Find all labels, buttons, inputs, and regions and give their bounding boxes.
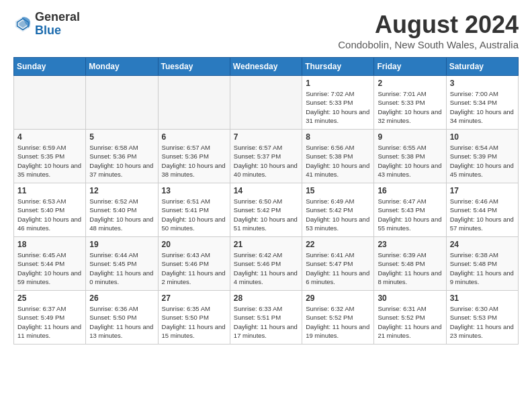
- day-number: 15: [306, 186, 370, 195]
- calendar-cell: [230, 76, 302, 130]
- calendar-cell: 27 Sunrise: 6:35 AM Sunset: 5:50 PM Dayl…: [158, 291, 230, 345]
- daylight-label: Daylight: 10 hours and 32 minutes.: [378, 108, 441, 124]
- daylight-label: Daylight: 11 hours and 13 minutes.: [89, 323, 153, 339]
- logo-text: General Blue: [35, 11, 80, 38]
- calendar-cell: [86, 76, 158, 130]
- sunrise-label: Sunrise: 6:49 AM: [306, 197, 354, 205]
- day-number: 5: [89, 132, 154, 142]
- day-info: Sunrise: 6:39 AM Sunset: 5:48 PM Dayligh…: [378, 250, 442, 286]
- daylight-label: Daylight: 10 hours and 45 minutes.: [450, 162, 514, 178]
- sunset-label: Sunset: 5:46 PM: [234, 260, 281, 267]
- sunset-label: Sunset: 5:33 PM: [306, 99, 353, 106]
- sunset-label: Sunset: 5:40 PM: [89, 206, 136, 214]
- day-info: Sunrise: 6:57 AM Sunset: 5:37 PM Dayligh…: [234, 143, 298, 179]
- calendar-cell: 28 Sunrise: 6:33 AM Sunset: 5:51 PM Dayl…: [230, 291, 302, 345]
- location: Condobolin, New South Wales, Australia: [338, 39, 519, 50]
- daylight-label: Daylight: 10 hours and 35 minutes.: [17, 162, 81, 178]
- day-number: 21: [234, 240, 298, 249]
- daylight-label: Daylight: 11 hours and 2 minutes.: [162, 269, 226, 285]
- sunrise-label: Sunrise: 6:56 AM: [306, 144, 354, 151]
- day-number: 31: [450, 293, 515, 303]
- calendar-week-row: 4 Sunrise: 6:59 AM Sunset: 5:35 PM Dayli…: [14, 130, 519, 183]
- day-info: Sunrise: 6:30 AM Sunset: 5:53 PM Dayligh…: [450, 304, 515, 340]
- sunrise-label: Sunrise: 6:37 AM: [17, 305, 66, 312]
- day-number: 23: [378, 240, 442, 249]
- sunrise-label: Sunrise: 6:54 AM: [450, 144, 498, 151]
- sunset-label: Sunset: 5:53 PM: [450, 314, 497, 321]
- daylight-label: Daylight: 10 hours and 34 minutes.: [450, 108, 514, 124]
- daylight-label: Daylight: 10 hours and 37 minutes.: [89, 162, 153, 178]
- calendar-week-row: 1 Sunrise: 7:02 AM Sunset: 5:33 PM Dayli…: [14, 76, 519, 130]
- day-number: 26: [89, 293, 154, 303]
- day-number: 6: [162, 132, 226, 142]
- daylight-label: Daylight: 10 hours and 57 minutes.: [450, 216, 514, 232]
- day-info: Sunrise: 6:46 AM Sunset: 5:44 PM Dayligh…: [450, 197, 515, 232]
- calendar-cell: 4 Sunrise: 6:59 AM Sunset: 5:35 PM Dayli…: [14, 130, 86, 183]
- weekday-header: Friday: [374, 58, 446, 76]
- daylight-label: Daylight: 11 hours and 11 minutes.: [17, 323, 81, 339]
- day-info: Sunrise: 7:00 AM Sunset: 5:34 PM Dayligh…: [450, 89, 515, 125]
- day-number: 4: [17, 132, 82, 142]
- calendar-cell: 2 Sunrise: 7:01 AM Sunset: 5:33 PM Dayli…: [374, 76, 446, 130]
- calendar-cell: 23 Sunrise: 6:39 AM Sunset: 5:48 PM Dayl…: [374, 237, 446, 291]
- sunrise-label: Sunrise: 6:55 AM: [378, 144, 426, 151]
- logo-icon: [13, 15, 32, 34]
- sunrise-label: Sunrise: 6:38 AM: [450, 251, 498, 259]
- day-number: 11: [17, 186, 82, 195]
- sunrise-label: Sunrise: 6:59 AM: [17, 144, 66, 151]
- daylight-label: Daylight: 11 hours and 0 minutes.: [89, 269, 153, 285]
- calendar-cell: 22 Sunrise: 6:41 AM Sunset: 5:47 PM Dayl…: [302, 237, 374, 291]
- daylight-label: Daylight: 10 hours and 31 minutes.: [306, 108, 369, 124]
- sunset-label: Sunset: 5:34 PM: [450, 99, 497, 106]
- daylight-label: Daylight: 11 hours and 4 minutes.: [234, 269, 298, 285]
- calendar-cell: 3 Sunrise: 7:00 AM Sunset: 5:34 PM Dayli…: [446, 76, 518, 130]
- daylight-label: Daylight: 11 hours and 15 minutes.: [162, 323, 226, 339]
- daylight-label: Daylight: 11 hours and 21 minutes.: [378, 323, 441, 339]
- day-number: 8: [306, 132, 370, 142]
- daylight-label: Daylight: 10 hours and 53 minutes.: [306, 216, 369, 232]
- daylight-label: Daylight: 10 hours and 38 minutes.: [162, 162, 226, 178]
- day-number: 12: [89, 186, 154, 195]
- sunrise-label: Sunrise: 6:30 AM: [450, 305, 498, 312]
- sunset-label: Sunset: 5:44 PM: [17, 260, 64, 267]
- daylight-label: Daylight: 11 hours and 6 minutes.: [306, 269, 369, 285]
- sunset-label: Sunset: 5:42 PM: [234, 206, 281, 214]
- calendar-cell: 30 Sunrise: 6:31 AM Sunset: 5:52 PM Dayl…: [374, 291, 446, 345]
- sunset-label: Sunset: 5:52 PM: [378, 314, 425, 321]
- sunset-label: Sunset: 5:44 PM: [450, 206, 497, 214]
- day-number: 30: [378, 293, 442, 303]
- title-area: August 2024 Condobolin, New South Wales,…: [338, 11, 519, 50]
- calendar-cell: 5 Sunrise: 6:58 AM Sunset: 5:36 PM Dayli…: [86, 130, 158, 183]
- daylight-label: Daylight: 10 hours and 46 minutes.: [17, 216, 81, 232]
- sunset-label: Sunset: 5:42 PM: [306, 206, 353, 214]
- calendar-cell: 13 Sunrise: 6:51 AM Sunset: 5:41 PM Dayl…: [158, 183, 230, 237]
- sunset-label: Sunset: 5:38 PM: [378, 152, 425, 160]
- calendar-cell: 26 Sunrise: 6:36 AM Sunset: 5:50 PM Dayl…: [86, 291, 158, 345]
- calendar-cell: 21 Sunrise: 6:42 AM Sunset: 5:46 PM Dayl…: [230, 237, 302, 291]
- calendar-cell: 17 Sunrise: 6:46 AM Sunset: 5:44 PM Dayl…: [446, 183, 518, 237]
- weekday-header: Saturday: [446, 58, 518, 76]
- day-info: Sunrise: 6:44 AM Sunset: 5:45 PM Dayligh…: [89, 250, 154, 286]
- sunrise-label: Sunrise: 6:39 AM: [378, 251, 426, 259]
- day-info: Sunrise: 6:42 AM Sunset: 5:46 PM Dayligh…: [234, 250, 298, 286]
- sunset-label: Sunset: 5:43 PM: [378, 206, 425, 214]
- sunset-label: Sunset: 5:41 PM: [162, 206, 209, 214]
- sunrise-label: Sunrise: 6:41 AM: [306, 251, 354, 259]
- day-info: Sunrise: 6:41 AM Sunset: 5:47 PM Dayligh…: [306, 250, 370, 286]
- calendar-cell: 20 Sunrise: 6:43 AM Sunset: 5:46 PM Dayl…: [158, 237, 230, 291]
- sunset-label: Sunset: 5:37 PM: [234, 152, 281, 160]
- sunrise-label: Sunrise: 6:32 AM: [306, 305, 354, 312]
- sunrise-label: Sunrise: 6:57 AM: [162, 144, 210, 151]
- daylight-label: Daylight: 11 hours and 17 minutes.: [234, 323, 298, 339]
- weekday-header: Thursday: [302, 58, 374, 76]
- day-info: Sunrise: 6:52 AM Sunset: 5:40 PM Dayligh…: [89, 197, 154, 232]
- sunset-label: Sunset: 5:46 PM: [162, 260, 209, 267]
- day-number: 16: [378, 186, 442, 195]
- sunrise-label: Sunrise: 6:45 AM: [17, 251, 66, 259]
- day-info: Sunrise: 6:32 AM Sunset: 5:52 PM Dayligh…: [306, 304, 370, 340]
- logo-blue: Blue: [35, 24, 61, 37]
- sunrise-label: Sunrise: 6:36 AM: [89, 305, 138, 312]
- logo: General Blue: [13, 11, 80, 38]
- calendar-cell: 29 Sunrise: 6:32 AM Sunset: 5:52 PM Dayl…: [302, 291, 374, 345]
- day-info: Sunrise: 6:54 AM Sunset: 5:39 PM Dayligh…: [450, 143, 515, 179]
